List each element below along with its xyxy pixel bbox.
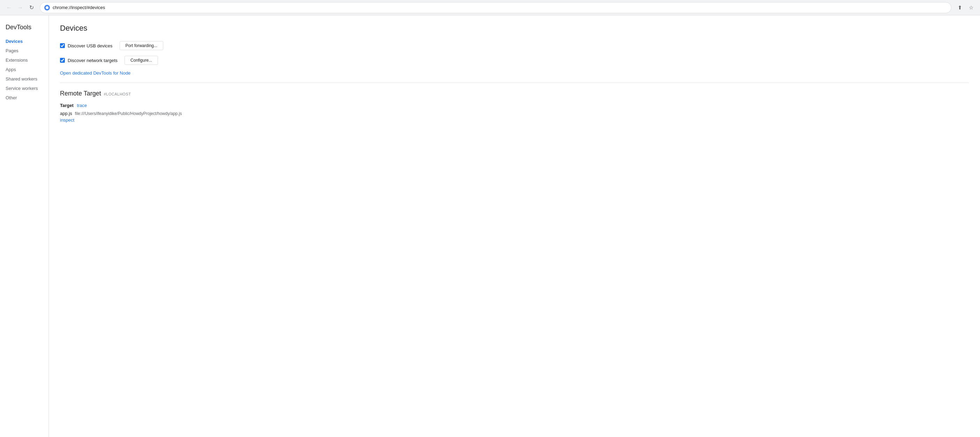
inspect-link[interactable]: inspect [60,117,74,123]
share-icon: ⬆ [958,5,962,11]
browser-actions: ⬆ ☆ [955,3,976,13]
site-icon-inner [46,6,48,9]
configure-button[interactable]: Configure... [124,56,158,65]
discover-usb-label: Discover USB devices [68,43,113,48]
url-suffix: /#devices [86,5,105,10]
url-prefix: chrome:// [52,5,72,10]
address-bar[interactable]: chrome://inspect/#devices [40,2,951,13]
app-layout: DevTools Devices Pages Extensions Apps S… [0,15,980,437]
discover-network-label: Discover network targets [68,58,118,63]
target-label: Target [60,103,73,108]
discover-network-row: Discover network targets Configure... [60,56,969,65]
sidebar-item-extensions[interactable]: Extensions [0,55,48,65]
bookmark-icon: ☆ [969,5,974,11]
remote-target-section-title: Remote Target #LOCALHOST [60,90,969,97]
sidebar-item-apps[interactable]: Apps [0,65,48,74]
bookmark-button[interactable]: ☆ [966,3,976,13]
sidebar-item-pages[interactable]: Pages [0,46,48,55]
browser-chrome: ← → ↻ chrome://inspect/#devices ⬆ ☆ [0,0,980,15]
discover-usb-checkbox-row: Discover USB devices [60,43,113,48]
sidebar-title: DevTools [0,21,48,36]
page-title: Devices [60,24,969,33]
sidebar-item-devices[interactable]: Devices [0,36,48,46]
site-icon [44,5,50,11]
back-icon: ← [6,5,12,11]
remote-target-title: Remote Target [60,90,101,97]
target-row: Target trace [60,103,969,108]
open-devtools-link[interactable]: Open dedicated DevTools for Node [60,70,130,76]
port-forwarding-button[interactable]: Port forwarding... [119,41,163,50]
sidebar-item-other[interactable]: Other [0,93,48,103]
share-button[interactable]: ⬆ [955,3,965,13]
discover-usb-row: Discover USB devices Port forwarding... [60,41,969,50]
target-trace-link[interactable]: trace [77,103,87,108]
nav-buttons: ← → ↻ [4,3,36,13]
address-text: chrome://inspect/#devices [52,5,947,10]
reload-icon: ↻ [29,4,34,11]
back-button[interactable]: ← [4,3,14,13]
target-filename: app.js [60,111,72,116]
open-devtools-row: Open dedicated DevTools for Node [60,70,969,76]
reload-button[interactable]: ↻ [27,3,36,13]
target-file-row: app.js file:///Users/ifeanyidike/Public/… [60,111,969,116]
sidebar-item-service-workers[interactable]: Service workers [0,84,48,93]
url-bold: inspect [72,5,86,10]
sidebar-item-shared-workers[interactable]: Shared workers [0,74,48,84]
forward-button[interactable]: → [15,3,25,13]
sidebar-nav: Devices Pages Extensions Apps Shared wor… [0,36,48,103]
discover-network-checkbox[interactable] [60,58,65,63]
discover-usb-checkbox[interactable] [60,43,65,48]
discover-network-checkbox-row: Discover network targets [60,58,118,63]
forward-icon: → [18,5,23,11]
sidebar: DevTools Devices Pages Extensions Apps S… [0,15,49,437]
divider [60,82,969,83]
main-content: Devices Discover USB devices Port forwar… [49,15,980,437]
inspect-row: inspect [60,117,969,123]
remote-target-subtitle: #LOCALHOST [104,92,131,96]
target-filepath: file:///Users/ifeanyidike/Public/HowdyPr… [75,111,182,116]
